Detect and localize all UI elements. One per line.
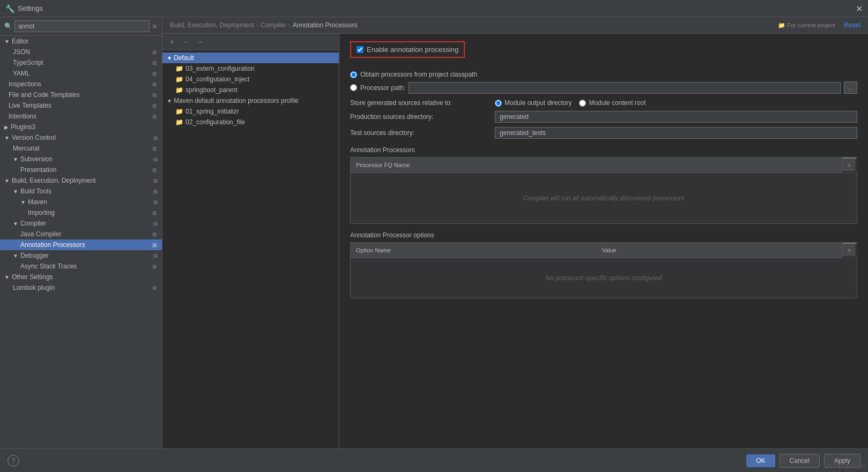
search-clear-button[interactable]: ✕ — [152, 23, 158, 31]
sidebar-item-annotation-processors[interactable]: Annotation Processors ⊞ — [0, 239, 162, 250]
collapse-icon: ▼ — [13, 253, 18, 259]
processor-path-input[interactable] — [409, 82, 841, 94]
ext-icon: ⊞ — [153, 156, 158, 162]
ok-button[interactable]: OK — [746, 454, 775, 467]
tree-remove-button[interactable]: − — [180, 36, 190, 47]
ext-icon: ⊞ — [152, 49, 157, 55]
item-label: Importing — [28, 209, 55, 216]
search-icon: 🔍 — [4, 23, 12, 30]
processor-path-browse-button[interactable]: ... — [844, 81, 857, 94]
sidebar-item-live-templates[interactable]: Live Templates ⊞ — [0, 100, 162, 111]
sidebar-item-inspections[interactable]: Inspections ⊞ — [0, 79, 162, 89]
radio-classpath[interactable] — [350, 71, 357, 78]
annotation-processor-options-title: Annotation Processor options — [350, 231, 857, 239]
radio-path[interactable] — [350, 84, 357, 91]
sidebar-group-version-control[interactable]: ▼ Version Control ⊞ — [0, 132, 162, 143]
sidebar-group-debugger[interactable]: ▼ Debugger ⊞ — [0, 250, 162, 261]
production-sources-input[interactable] — [495, 111, 857, 123]
tree-item-default[interactable]: ▼ Default — [162, 53, 339, 63]
reset-link[interactable]: Reset — [844, 21, 860, 29]
ext-icon: ⊞ — [152, 167, 157, 173]
watermark: CSDN @习以佳 — [828, 462, 866, 470]
annotation-processors-table-wrapper: Processor FQ Name + Compiler will run al… — [350, 157, 857, 224]
enable-annotation-checkbox[interactable] — [357, 46, 363, 53]
enable-annotation-checkbox-label[interactable]: Enable annotation processing — [350, 41, 465, 58]
radio-path-row: Processor path: ... — [350, 81, 857, 94]
sidebar-group-editor[interactable]: ▼ Editor — [0, 36, 162, 47]
sidebar-group-build-tools[interactable]: ▼ Build Tools ⊞ — [0, 186, 162, 197]
search-input[interactable] — [14, 20, 150, 32]
sidebar-item-async-stack-traces[interactable]: Async Stack Traces ⊞ — [0, 261, 162, 272]
ext-icon: ⊞ — [152, 242, 157, 248]
collapse-icon: ▼ — [4, 39, 10, 44]
breadcrumb: Build, Execution, Deployment › Compiler … — [162, 17, 868, 34]
item-label: JSON — [13, 48, 30, 56]
ext-icon: ⊞ — [153, 199, 158, 205]
sidebar-item-intentions[interactable]: Intentions ⊞ — [0, 111, 162, 122]
item-label: Intentions — [9, 113, 36, 120]
collapse-icon: ▶ — [4, 124, 9, 130]
breadcrumb-sep2: › — [288, 21, 291, 29]
item-label: Annotation Processors — [20, 241, 85, 249]
sidebar-item-file-code-templates[interactable]: File and Code Templates ⊞ — [0, 89, 162, 100]
tree-toolbar: + − → — [162, 34, 339, 50]
tree-item-01spring[interactable]: 📁 01_spring_initializr — [162, 106, 339, 117]
ext-icon: ⊞ — [152, 231, 157, 237]
item-label: Async Stack Traces — [20, 263, 77, 270]
tree-item-03extern[interactable]: 📁 03_extern_configuration — [162, 63, 339, 74]
collapse-icon: ▼ — [13, 189, 18, 194]
tree-toggle: ▼ — [167, 55, 172, 61]
production-sources-label: Production sources directory: — [350, 113, 489, 121]
item-label: Live Templates — [9, 102, 51, 109]
tree-add-button[interactable]: + — [167, 36, 177, 47]
sidebar-group-compiler[interactable]: ▼ Compiler ⊞ — [0, 218, 162, 229]
sidebar-item-yaml[interactable]: YAML ⊞ — [0, 68, 162, 79]
help-button[interactable]: ? — [8, 455, 19, 467]
sidebar-item-mercurial[interactable]: Mercurial ⊞ — [0, 143, 162, 154]
radio-classpath-label: Obtain processors from project classpath — [360, 71, 477, 78]
tree-item-label: 02_configuration_file — [186, 118, 245, 126]
annotation-processors-section: Annotation Processors Processor FQ Name … — [350, 146, 857, 224]
sidebar-group-subversion[interactable]: ▼ Subversion ⊞ — [0, 154, 162, 164]
radio-classpath-row: Obtain processors from project classpath — [350, 71, 857, 78]
annotation-processors-add-button[interactable]: + — [842, 158, 857, 173]
item-label: Presentation — [20, 166, 56, 174]
sidebar-item-importing[interactable]: Importing ⊞ — [0, 207, 162, 218]
content-area: Build, Execution, Deployment › Compiler … — [162, 17, 868, 448]
sidebar-group-build[interactable]: ▼ Build, Execution, Deployment ⊞ — [0, 175, 162, 186]
cancel-button[interactable]: Cancel — [780, 454, 820, 468]
ext-icon: ⊞ — [153, 253, 158, 259]
sidebar-item-lombok-plugin[interactable]: Lombok plugin ⊞ — [0, 282, 162, 293]
sidebar-item-presentation[interactable]: Presentation ⊞ — [0, 164, 162, 175]
sidebar-item-json[interactable]: JSON ⊞ — [0, 47, 162, 57]
radio-module-content[interactable] — [579, 100, 586, 107]
sidebar-group-other-settings[interactable]: ▼ Other Settings — [0, 272, 162, 282]
tree-body: ▼ Default 📁 03_extern_configuration 📁 04… — [162, 50, 339, 448]
sidebar-group-maven[interactable]: ▼ Maven ⊞ — [0, 197, 162, 207]
ext-icon: ⊞ — [153, 189, 158, 194]
store-generated-label: Store generated sources relative to: — [350, 99, 489, 107]
sidebar-item-java-compiler[interactable]: Java Compiler ⊞ — [0, 229, 162, 239]
sidebar-item-typescript[interactable]: TypeScript ⊞ — [0, 57, 162, 68]
annotation-processors-title: Annotation Processors — [350, 146, 857, 154]
option-value-header: Value — [596, 244, 842, 256]
test-sources-input[interactable] — [495, 127, 857, 139]
tree-item-maven-default[interactable]: ▼ Maven default annotation processors pr… — [162, 95, 339, 106]
option-name-header: Option Name — [351, 244, 596, 256]
annotation-processor-options-add-button[interactable]: + — [842, 243, 857, 258]
close-button[interactable]: ✕ — [856, 3, 863, 13]
processor-source-group: Obtain processors from project classpath… — [350, 71, 857, 94]
folder-icon: 📁 — [175, 86, 183, 94]
collapse-icon: ▼ — [4, 135, 10, 141]
sidebar-item-label: Maven — [28, 198, 47, 206]
sidebar-group-plugins[interactable]: ▶ Plugins 3 — [0, 122, 162, 132]
tree-item-springboot[interactable]: 📁 springboot_parent — [162, 85, 339, 95]
tree-move-button[interactable]: → — [192, 36, 206, 47]
bottom-bar: ? OK Cancel Apply — [0, 448, 868, 472]
tree-item-02config[interactable]: 📁 02_configuration_file — [162, 117, 339, 128]
tree-item-label: 04_configutaion_inject — [186, 76, 249, 83]
sidebar-item-label: Build Tools — [20, 188, 51, 195]
radio-module-output[interactable] — [495, 100, 502, 107]
tree-item-04config[interactable]: 📁 04_configutaion_inject — [162, 74, 339, 85]
radio-module-content-label: Module content root — [589, 99, 646, 107]
